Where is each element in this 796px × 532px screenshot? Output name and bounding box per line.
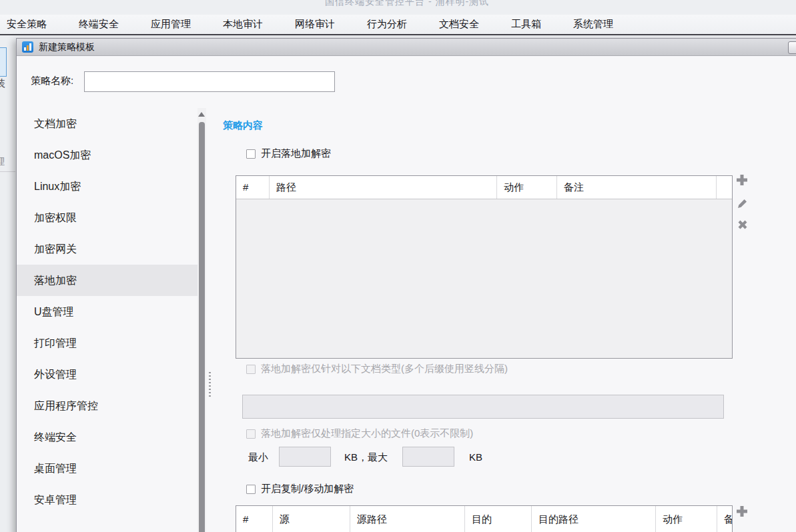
- category-item[interactable]: Linux加密: [17, 171, 197, 202]
- add-icon[interactable]: [735, 504, 749, 519]
- doctype-filter-row: 落地加解密仅针对以下文档类型(多个后缀使用竖线分隔): [246, 363, 508, 375]
- table-header-row: #源源路径目的目的路径动作备注: [236, 506, 732, 532]
- background-divider: [0, 171, 15, 172]
- copymove-table: #源源路径目的目的路径动作备注: [236, 505, 733, 532]
- add-icon[interactable]: [735, 173, 749, 187]
- min-size-input[interactable]: [279, 447, 331, 467]
- copymove-encrypt-checkbox[interactable]: [246, 485, 256, 494]
- policy-name-input[interactable]: [84, 71, 335, 92]
- max-size-input[interactable]: [402, 447, 454, 467]
- edit-icon[interactable]: [737, 197, 749, 209]
- column-header[interactable]: [717, 176, 732, 199]
- category-list: 文档加密macOS加密Linux加密加密权限加密网关落地加密U盘管理打印管理外设…: [17, 108, 197, 532]
- category-item[interactable]: 桌面管理: [17, 453, 197, 484]
- column-header[interactable]: 目的: [465, 506, 532, 532]
- landing-path-table: #路径动作备注: [236, 175, 733, 359]
- menu-item[interactable]: 工具箱: [511, 18, 541, 31]
- min-size-label: 最小: [248, 451, 268, 464]
- category-item[interactable]: 终端安全: [17, 421, 197, 453]
- category-item[interactable]: 应用程序管控: [17, 390, 197, 421]
- scroll-up-icon[interactable]: [198, 112, 205, 117]
- dialog-titlebar[interactable]: 新建策略模板: [17, 39, 796, 56]
- doctype-input[interactable]: [242, 395, 724, 419]
- copymove-encrypt-label: 开启复制/移动加解密: [261, 483, 354, 495]
- panel-splitter-handle[interactable]: [209, 372, 211, 399]
- menu-item[interactable]: 应用管理: [151, 18, 191, 31]
- category-item[interactable]: U盘管理: [17, 296, 197, 327]
- column-header[interactable]: 源路径: [350, 506, 465, 532]
- dialog-title: 新建策略模板: [39, 39, 95, 55]
- size-filter-checkbox[interactable]: [246, 429, 256, 439]
- category-item[interactable]: 外设管理: [17, 359, 197, 390]
- column-header[interactable]: #: [236, 176, 270, 199]
- category-item[interactable]: 落地加密: [17, 265, 197, 296]
- new-policy-template-dialog: 新建策略模板 策略名称: 文档加密macOS加密Linux加密加密权限加密网关落…: [16, 38, 796, 532]
- table-header-row: #路径动作备注: [236, 176, 732, 199]
- menu-bar: 安全策略终端安全应用管理本地审计网络审计行为分析文档安全工具箱系统管理: [0, 15, 796, 35]
- background-text-fragment: 装: [0, 77, 5, 90]
- doctype-filter-checkbox[interactable]: [246, 365, 256, 374]
- landing-encrypt-checkbox[interactable]: [246, 149, 256, 159]
- menu-item[interactable]: 文档安全: [439, 18, 479, 31]
- category-item[interactable]: 加密权限: [17, 202, 197, 233]
- window-titlebar: 国信终端安全管控平台 - 浦样明-测试: [0, 0, 796, 15]
- menu-item[interactable]: 行为分析: [367, 18, 407, 31]
- column-header[interactable]: 动作: [497, 176, 557, 199]
- column-header[interactable]: 路径: [270, 176, 497, 199]
- menu-item[interactable]: 网络审计: [295, 18, 335, 31]
- column-header[interactable]: 动作: [656, 506, 717, 532]
- background-text-fragment: 理: [0, 156, 5, 168]
- between-size-label: KB，最大: [344, 451, 388, 464]
- delete-icon[interactable]: [737, 219, 749, 231]
- landing-encrypt-row: 开启落地加解密: [246, 147, 331, 160]
- menu-item[interactable]: 安全策略: [7, 18, 47, 31]
- category-item[interactable]: 文档加密: [17, 108, 197, 139]
- category-item[interactable]: 安卓管理: [17, 484, 197, 515]
- window-title: 国信终端安全管控平台 - 浦样明-测试: [325, 0, 489, 8]
- sidebar-scrollbar[interactable]: [197, 108, 206, 532]
- category-item[interactable]: 加密网关: [17, 233, 197, 265]
- copymove-encrypt-row: 开启复制/移动加解密: [246, 483, 354, 495]
- size-filter-label: 落地加解密仅处理指定大小的文件(0表示不限制): [261, 427, 473, 440]
- scrollbar-thumb[interactable]: [199, 122, 205, 532]
- policy-name-label: 策略名称:: [31, 75, 73, 87]
- column-header[interactable]: 源: [273, 506, 350, 532]
- category-item[interactable]: macOS加密: [17, 139, 197, 171]
- unit-label: KB: [469, 451, 482, 463]
- background-window-tab: [0, 47, 7, 77]
- bar-chart-icon: [22, 41, 33, 53]
- column-header[interactable]: #: [236, 506, 273, 532]
- column-header[interactable]: 目的路径: [532, 506, 656, 532]
- landing-encrypt-label: 开启落地加解密: [261, 147, 331, 160]
- column-header[interactable]: 备注: [717, 506, 732, 532]
- size-filter-row: 落地加解密仅处理指定大小的文件(0表示不限制): [246, 427, 473, 440]
- menu-item[interactable]: 本地审计: [223, 18, 263, 31]
- category-item[interactable]: 打印管理: [17, 327, 197, 359]
- doctype-filter-label: 落地加解密仅针对以下文档类型(多个后缀使用竖线分隔): [261, 363, 508, 375]
- column-header[interactable]: 备注: [557, 176, 717, 199]
- menu-item[interactable]: 终端安全: [79, 18, 119, 31]
- dialog-corner-button[interactable]: [788, 41, 796, 54]
- policy-content-header: 策略内容: [223, 119, 263, 132]
- menu-item[interactable]: 系统管理: [573, 18, 613, 31]
